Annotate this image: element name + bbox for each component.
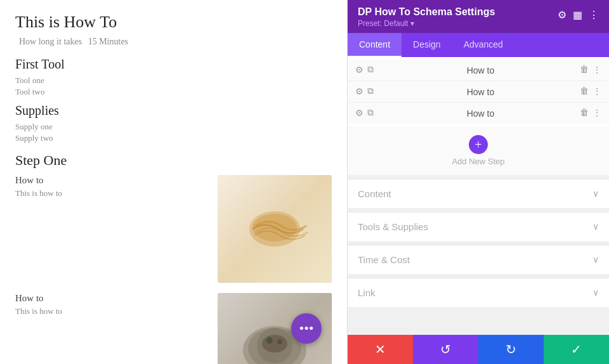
gear-icon-2[interactable]: ⚙ bbox=[355, 86, 363, 97]
howto-item-1-left-icons: ⚙ ⧉ bbox=[355, 65, 374, 75]
accordion-content: Content ∨ bbox=[348, 179, 609, 208]
accordion-content-label: Content bbox=[358, 188, 391, 199]
cancel-button[interactable]: ✕ bbox=[348, 335, 413, 364]
plus-icon: + bbox=[475, 138, 481, 152]
step-title: Step One bbox=[15, 152, 332, 169]
chevron-down-icon-link: ∨ bbox=[593, 287, 599, 298]
float-button-dots: ••• bbox=[299, 322, 313, 335]
redo-button[interactable]: ↻ bbox=[478, 335, 544, 364]
right-panel: DP How To Schema Settings Preset: Defaul… bbox=[347, 0, 609, 364]
accordion-content-header[interactable]: Content ∨ bbox=[348, 179, 609, 208]
first-tool-title: First Tool bbox=[15, 57, 332, 72]
add-new-step[interactable]: + Add New Step bbox=[348, 126, 609, 175]
step-how-to-label: How to bbox=[15, 175, 210, 186]
step-desc: This is how to bbox=[15, 188, 210, 198]
chevron-down-icon-tools: ∨ bbox=[593, 221, 599, 232]
cancel-icon: ✕ bbox=[375, 342, 386, 357]
svg-point-5 bbox=[262, 335, 287, 353]
undo-button[interactable]: ↺ bbox=[413, 335, 478, 364]
delete-icon-3[interactable]: 🗑 bbox=[580, 108, 589, 119]
tab-content[interactable]: Content bbox=[348, 33, 402, 57]
add-new-step-label: Add New Step bbox=[452, 157, 504, 166]
settings-title: DP How To Schema Settings bbox=[358, 6, 495, 18]
accordion-time-cost: Time & Cost ∨ bbox=[348, 245, 609, 274]
howto-item-2: ⚙ ⧉ How to 🗑 ⋮ bbox=[348, 81, 609, 103]
more-icon-1[interactable]: ⋮ bbox=[593, 65, 601, 75]
tool-item-2: Tool two bbox=[15, 87, 332, 97]
accordion-tools-header[interactable]: Tools & Supplies ∨ bbox=[348, 212, 609, 241]
delete-icon-1[interactable]: 🗑 bbox=[580, 65, 589, 75]
howto-item-3-label: How to bbox=[381, 108, 580, 119]
redo-icon: ↻ bbox=[506, 342, 516, 357]
tool-item-1: Tool one bbox=[15, 75, 332, 86]
tab-bar: Content Design Advanced bbox=[348, 33, 609, 57]
supply-item-1: Supply one bbox=[15, 122, 332, 132]
left-panel: This is How To How long it takes 15 Minu… bbox=[0, 0, 347, 364]
tab-advanced[interactable]: Advanced bbox=[452, 33, 514, 57]
howto-item-2-right-icons: 🗑 ⋮ bbox=[580, 86, 601, 97]
more-icon-2[interactable]: ⋮ bbox=[593, 86, 601, 97]
how-long-label: How long it takes bbox=[19, 37, 82, 46]
supply-item-2: Supply two bbox=[15, 133, 332, 143]
supplies-title: Supplies bbox=[15, 103, 332, 118]
howto-item-1-right-icons: 🗑 ⋮ bbox=[580, 65, 601, 75]
settings-icon[interactable]: ⚙ bbox=[558, 9, 566, 21]
chevron-down-icon-content: ∨ bbox=[593, 188, 599, 199]
accordion-tools: Tools & Supplies ∨ bbox=[348, 212, 609, 241]
howto-item-3-right-icons: 🗑 ⋮ bbox=[580, 108, 601, 119]
footer-bar: ✕ ↺ ↻ ✓ bbox=[348, 335, 609, 364]
howto-item-2-label: How to bbox=[381, 87, 580, 97]
howto-item-2-left-icons: ⚙ ⧉ bbox=[355, 86, 374, 97]
copy-icon-1[interactable]: ⧉ bbox=[367, 65, 374, 75]
step2-desc: This is how to bbox=[15, 306, 210, 316]
chevron-down-icon-time: ∨ bbox=[593, 254, 599, 265]
save-icon: ✓ bbox=[571, 342, 582, 357]
step2-how-to-label: How to bbox=[15, 293, 210, 304]
accordion-tools-label: Tools & Supplies bbox=[358, 221, 428, 232]
preset-label[interactable]: Preset: Default ▾ bbox=[358, 19, 495, 28]
add-step-circle: + bbox=[469, 135, 488, 154]
accordion-link: Link ∨ bbox=[348, 278, 609, 307]
svg-point-7 bbox=[277, 339, 282, 344]
gear-icon-3[interactable]: ⚙ bbox=[355, 108, 363, 119]
copy-icon-2[interactable]: ⧉ bbox=[367, 86, 374, 97]
copy-icon-3[interactable]: ⧉ bbox=[367, 108, 374, 119]
more-icon-3[interactable]: ⋮ bbox=[593, 108, 601, 119]
settings-header: DP How To Schema Settings Preset: Defaul… bbox=[348, 0, 609, 33]
accordion-link-label: Link bbox=[358, 287, 376, 298]
grid-icon[interactable]: ▦ bbox=[573, 9, 582, 21]
howto-item-3-left-icons: ⚙ ⧉ bbox=[355, 108, 374, 119]
how-long-row: How long it takes 15 Minutes bbox=[15, 37, 332, 47]
howto-item-1-label: How to bbox=[381, 65, 580, 75]
howto-item-3: ⚙ ⧉ How to 🗑 ⋮ bbox=[348, 103, 609, 124]
svg-point-6 bbox=[266, 337, 273, 344]
accordion-time-cost-label: Time & Cost bbox=[358, 254, 410, 265]
more-icon[interactable]: ⋮ bbox=[589, 9, 599, 21]
gear-icon-1[interactable]: ⚙ bbox=[355, 65, 363, 75]
settings-content: ⚙ ⧉ How to 🗑 ⋮ ⚙ ⧉ How to 🗑 ⋮ bbox=[348, 57, 609, 335]
accordion-time-cost-header[interactable]: Time & Cost ∨ bbox=[348, 245, 609, 274]
page-title: This is How To bbox=[15, 13, 332, 32]
step-image-1 bbox=[218, 175, 332, 283]
tab-design[interactable]: Design bbox=[402, 33, 452, 57]
howto-list: ⚙ ⧉ How to 🗑 ⋮ ⚙ ⧉ How to 🗑 ⋮ bbox=[348, 57, 609, 126]
header-left: DP How To Schema Settings Preset: Defaul… bbox=[358, 6, 495, 28]
undo-icon: ↺ bbox=[440, 342, 451, 357]
how-long-value: 15 Minutes bbox=[88, 37, 128, 46]
header-icons: ⚙ ▦ ⋮ bbox=[558, 9, 599, 21]
delete-icon-2[interactable]: 🗑 bbox=[580, 86, 589, 97]
save-button[interactable]: ✓ bbox=[544, 335, 609, 364]
howto-item-1: ⚙ ⧉ How to 🗑 ⋮ bbox=[348, 60, 609, 81]
float-action-button[interactable]: ••• bbox=[291, 313, 322, 344]
accordion-link-header[interactable]: Link ∨ bbox=[348, 278, 609, 307]
